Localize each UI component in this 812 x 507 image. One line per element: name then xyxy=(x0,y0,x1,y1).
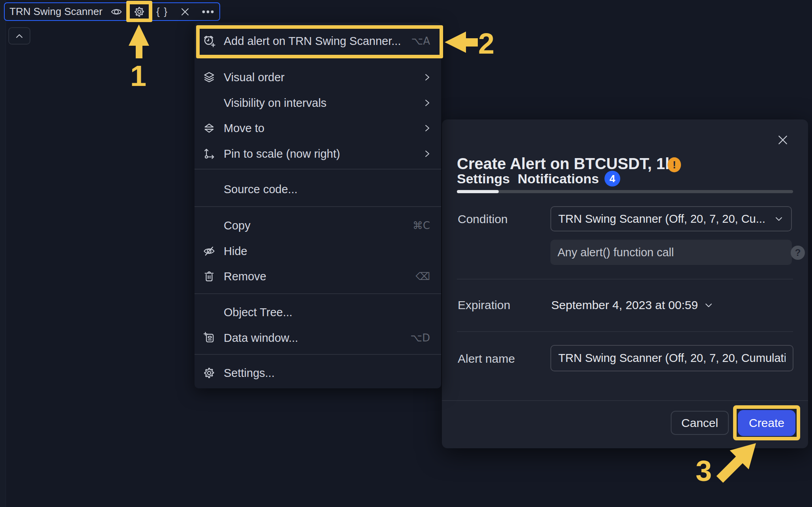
eye-slash-icon xyxy=(195,245,224,257)
remove-indicator-button[interactable] xyxy=(174,3,196,20)
tab-underline-track xyxy=(457,190,793,193)
chevron-down-icon xyxy=(703,300,714,310)
warning-icon: ! xyxy=(668,157,681,172)
submenu-chevron-icon xyxy=(423,98,432,108)
menu-item-label: Move to xyxy=(224,122,423,135)
tutorial-highlight-gear xyxy=(126,1,152,22)
menu-item-object-tree[interactable]: Object Tree... xyxy=(195,300,441,325)
menu-item-label: Copy xyxy=(224,219,413,232)
expiration-label: Expiration xyxy=(458,298,510,312)
menu-item-label: Visibility on intervals xyxy=(224,97,423,110)
menu-item-label: Remove xyxy=(224,270,415,283)
menu-divider xyxy=(195,169,441,170)
tab-underline-active xyxy=(457,190,499,193)
layers-icon xyxy=(195,71,224,84)
expiration-select[interactable]: September 4, 2023 at 00:59 xyxy=(551,298,714,312)
tutorial-highlight-create xyxy=(733,405,800,440)
tab-label: Notifications xyxy=(518,171,599,186)
menu-divider xyxy=(195,293,441,294)
source-code-icon: { } xyxy=(156,6,168,17)
menu-item-label: Source code... xyxy=(224,183,441,196)
trash-icon xyxy=(195,270,224,283)
drawing-toolbar-edge xyxy=(0,0,6,507)
condition-secondary-value: Any alert() function call xyxy=(558,246,674,259)
indicator-context-menu: Add alert on TRN Swing Scanner... ⌥A Vis… xyxy=(195,22,441,388)
arrow-up-step1 xyxy=(129,24,149,58)
menu-item-hide[interactable]: Hide xyxy=(195,239,441,264)
tab-notifications[interactable]: Notifications 4 xyxy=(518,170,620,187)
menu-item-remove[interactable]: Remove ⌫ xyxy=(195,264,441,289)
arrow-diag-step3 xyxy=(717,443,756,483)
condition-label: Condition xyxy=(458,212,508,226)
tutorial-highlight-add-alert xyxy=(196,25,443,58)
menu-item-move-to[interactable]: Move to xyxy=(195,116,441,141)
alert-name-input[interactable]: TRN Swing Scanner (Off, 20, 7, 20, Cumul… xyxy=(550,345,793,371)
move-layers-icon xyxy=(195,122,224,134)
alert-name-value: TRN Swing Scanner (Off, 20, 7, 20, Cumul… xyxy=(558,352,786,365)
more-icon xyxy=(202,10,214,14)
menu-item-label: Pin to scale (now right) xyxy=(224,147,423,160)
step-number-1: 1 xyxy=(130,59,146,93)
step-number-3: 3 xyxy=(696,454,712,488)
indicator-title: TRN Swing Scanner xyxy=(9,6,105,18)
menu-item-label: Hide xyxy=(224,245,441,258)
indicator-legend-toolbar: TRN Swing Scanner { } xyxy=(4,2,220,21)
data-window-icon xyxy=(195,332,224,344)
tradingview-screenshot: TRN Swing Scanner { } xyxy=(0,0,812,507)
more-options-button[interactable] xyxy=(196,3,219,20)
expiration-value: September 4, 2023 at 00:59 xyxy=(551,298,698,312)
submenu-chevron-icon xyxy=(423,149,432,159)
chevron-up-icon xyxy=(14,32,25,40)
dialog-close-button[interactable] xyxy=(773,130,792,149)
condition-secondary-select[interactable]: Any alert() function call xyxy=(550,240,792,265)
menu-item-copy[interactable]: Copy ⌘C xyxy=(195,213,441,238)
chevron-down-icon xyxy=(774,214,784,224)
collapse-legend-button[interactable] xyxy=(8,27,30,45)
menu-item-label: Object Tree... xyxy=(224,306,441,319)
menu-divider xyxy=(195,206,441,207)
menu-shortcut: ⌫ xyxy=(415,270,430,282)
menu-item-settings[interactable]: Settings... xyxy=(195,360,441,386)
menu-item-visual-order[interactable]: Visual order xyxy=(195,65,441,90)
tab-settings[interactable]: Settings xyxy=(457,170,510,187)
cancel-button[interactable]: Cancel xyxy=(671,411,729,435)
close-icon xyxy=(180,6,191,17)
create-alert-dialog: Create Alert on BTCUSDT, 1h ! Settings N… xyxy=(442,119,808,448)
menu-item-pin-to-scale[interactable]: Pin to scale (now right) xyxy=(195,141,441,166)
submenu-chevron-icon xyxy=(423,123,432,133)
pin-axis-icon xyxy=(195,147,224,160)
close-icon xyxy=(776,133,790,147)
visibility-toggle-button[interactable] xyxy=(105,3,128,20)
menu-item-label: Settings... xyxy=(224,367,441,380)
gear-icon xyxy=(195,367,224,379)
menu-item-label: Data window... xyxy=(224,332,410,345)
dialog-divider xyxy=(457,279,793,280)
dialog-divider xyxy=(457,331,793,332)
submenu-chevron-icon xyxy=(423,72,432,82)
menu-shortcut: ⌘C xyxy=(413,220,430,231)
menu-item-visibility-intervals[interactable]: Visibility on intervals xyxy=(195,90,441,116)
menu-item-data-window[interactable]: Data window... ⌥D xyxy=(195,325,441,350)
tab-label: Settings xyxy=(457,171,510,186)
notifications-count-badge: 4 xyxy=(604,171,620,186)
arrow-left-step2 xyxy=(445,32,478,53)
step-number-2: 2 xyxy=(478,27,494,60)
source-code-button[interactable]: { } xyxy=(151,3,174,20)
condition-select[interactable]: TRN Swing Scanner (Off, 20, 7, 20, Cu... xyxy=(550,206,792,231)
menu-item-label: Visual order xyxy=(224,71,423,84)
eye-icon xyxy=(110,6,122,18)
menu-item-source-code[interactable]: Source code... xyxy=(195,177,441,202)
help-icon[interactable]: ? xyxy=(791,246,805,260)
menu-divider xyxy=(195,354,441,355)
footer-divider xyxy=(442,400,808,401)
alert-name-label: Alert name xyxy=(458,352,515,365)
menu-shortcut: ⌥D xyxy=(410,332,430,344)
condition-value: TRN Swing Scanner (Off, 20, 7, 20, Cu... xyxy=(558,212,774,226)
